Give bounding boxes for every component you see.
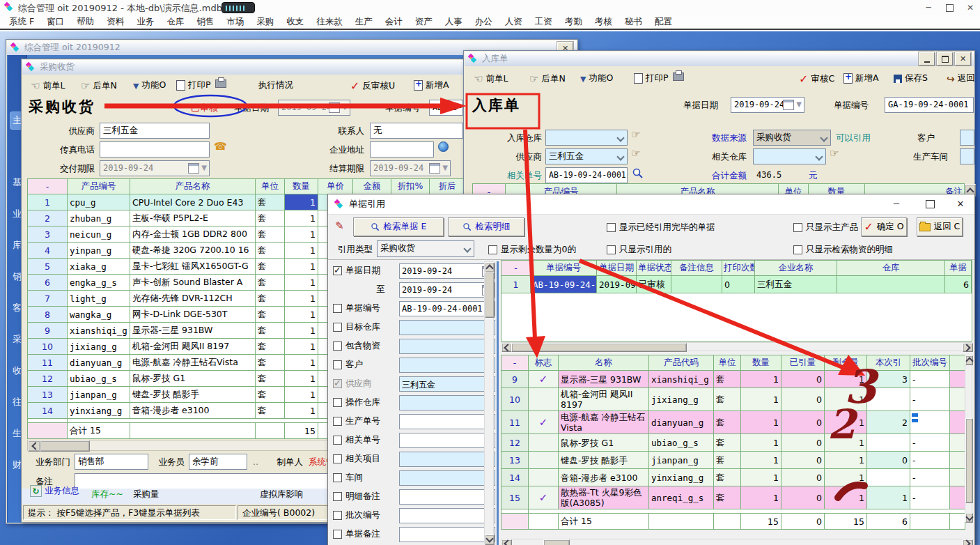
customer-field[interactable] [960,130,974,146]
calendar-icon[interactable] [429,163,440,174]
menu-item[interactable]: 办公 [469,16,499,28]
close-icon[interactable] [955,52,971,66]
col-index[interactable]: - [501,355,529,371]
ref-type-dropdown[interactable]: 采购收货 [377,240,474,257]
scroll-up-icon[interactable] [965,355,973,365]
table-row[interactable]: 1 AB-19-09-24-0001 2019-09-24 已审核 0 三利五金… [501,276,972,293]
splitter[interactable] [497,261,499,545]
menu-item[interactable]: 考勤 [559,16,589,28]
col-left-qty[interactable]: 剩余量 [825,355,867,371]
chevron-down-icon[interactable] [616,134,624,141]
maximize-icon[interactable] [926,200,935,208]
checkbox[interactable] [488,245,497,254]
menu-item[interactable]: 人事 [439,16,469,28]
pointer-hand-icon[interactable] [830,147,839,160]
filter-row[interactable]: 包含物资 [331,337,495,355]
col-name[interactable]: 名称 [559,355,649,371]
chevron-down-icon[interactable] [463,245,471,252]
col-extra[interactable] [950,355,965,371]
take-qty-cell[interactable]: 2 [867,411,910,434]
add-new-button[interactable]: 新增A [843,72,879,84]
table-row[interactable]: 9✓显示器-三星 931BWxianshiqi_g套1013- [501,371,965,388]
col-qty[interactable]: 数量 [285,179,318,194]
cb-zero-left[interactable]: 显示剩余数量为0的 [488,244,576,256]
cb-main-only[interactable]: 只显示主产品 [793,222,858,233]
chevron-down-icon[interactable] [815,153,823,160]
search-docs-button[interactable]: 检索单据 E [353,217,444,236]
scroll-down-icon[interactable] [965,513,973,523]
stock-link[interactable]: 库存~~ [91,489,123,500]
app-titlebar[interactable]: 综合管理 oit 20190912 - 本地-db\演示信息.mdb [0,0,980,15]
menu-item[interactable]: 往来款 [310,16,349,28]
doc-no-field[interactable]: GA-19-09-24-0001 [885,97,974,113]
clerk-field[interactable]: 余学前 [189,454,247,470]
checkbox[interactable] [333,360,342,369]
filter-row[interactable]: 单据备注 [331,525,495,544]
filter-field[interactable] [399,433,495,448]
filter-field[interactable] [399,527,495,542]
filter-row[interactable]: 客户 [331,355,495,374]
checkbox[interactable] [333,436,342,445]
filter-field[interactable] [399,470,495,486]
take-qty-cell[interactable] [867,469,910,486]
search-detail-button[interactable]: 检索明细 [448,217,524,236]
doc-date-field[interactable]: 2019-09-24▼ [731,97,804,113]
col-qty[interactable]: 数量 [741,355,781,371]
menu-item[interactable]: 生产 [349,16,379,28]
table-row[interactable]: 10机箱-金河田 飓风II 8197jixiang_g套101- [501,388,965,411]
deliver-date-field[interactable]: 2019-09-24▼ [100,160,210,176]
cb-show-finished[interactable]: 显示已经引用完毕的单据 [607,222,715,233]
take-qty-cell[interactable]: 3 [867,371,910,388]
minimize-icon[interactable] [921,3,936,13]
print-button[interactable]: 打印P [176,79,211,91]
col-flag[interactable]: 标志 [529,355,559,371]
scroll-left-icon[interactable] [501,343,512,352]
col-index[interactable]: - [501,261,531,276]
filter-row[interactable]: 单据日期 2019-09-24 [331,261,495,280]
menu-item[interactable]: 资产 [409,16,439,28]
filter-field[interactable] [399,358,495,373]
scroll-right-icon[interactable] [963,539,973,545]
filter-field[interactable]: AB-19-09-24-0001 [399,301,495,316]
take-qty-cell[interactable]: 0 [867,452,910,469]
col-warehouse[interactable]: 仓库 [837,261,945,276]
chevron-down-icon[interactable] [820,134,827,141]
back-button[interactable]: 返回 [947,72,974,84]
close-icon[interactable]: ✕ [954,199,967,209]
filter-field[interactable]: 2019-09-24 [399,282,495,298]
menu-item[interactable]: 人资 [499,16,529,28]
table-row[interactable]: 12鼠标-罗技 G1ubiao_g_s套101- [501,434,965,452]
scroll-left-icon[interactable] [501,539,512,545]
settle-date-field[interactable]: 2019-09-24▼ [370,160,451,176]
checkbox[interactable] [333,304,342,313]
menu-item[interactable]: 秘书 [619,16,648,28]
filter-field[interactable] [399,452,495,467]
menu-item[interactable]: 业务 [130,16,160,28]
scroll-up-icon[interactable] [485,262,495,272]
virtual-stock-link[interactable]: 虚拟库影响 [260,489,304,500]
checkbox[interactable] [607,223,616,232]
horizontal-scrollbar[interactable] [501,539,972,545]
checkbox[interactable] [333,341,342,351]
fax-field[interactable] [100,141,210,158]
col-doc-status[interactable]: 单据状态 [637,261,671,276]
selected-cell[interactable]: AB-19-09-24-0001 [531,276,597,293]
flag-cell[interactable]: ✓ [529,486,559,509]
calendar-icon[interactable] [188,163,199,174]
col-amount[interactable]: 金额 [353,179,391,194]
horizontal-scrollbar[interactable] [501,342,972,351]
filter-field[interactable] [399,320,495,335]
workshop-field[interactable] [960,148,974,164]
menu-item[interactable]: 销售 [190,16,220,28]
menu-item[interactable]: 资料 [100,16,130,28]
next-doc-button[interactable]: 后单N [529,72,566,85]
col-doc-qty[interactable]: 单据 [945,261,972,276]
prev-doc-button[interactable]: 前单L [474,72,508,85]
search-icon[interactable] [632,167,644,180]
printer-button[interactable] [215,79,226,88]
table-row[interactable]: 14音箱-漫步者 e3100yinxiang_g套101- [501,469,965,486]
filter-row[interactable]: 供应商 三利五金 [331,374,495,393]
calendar-icon[interactable] [783,100,794,110]
scrollbar-thumb[interactable] [40,440,90,452]
flag-cell[interactable] [529,388,559,411]
